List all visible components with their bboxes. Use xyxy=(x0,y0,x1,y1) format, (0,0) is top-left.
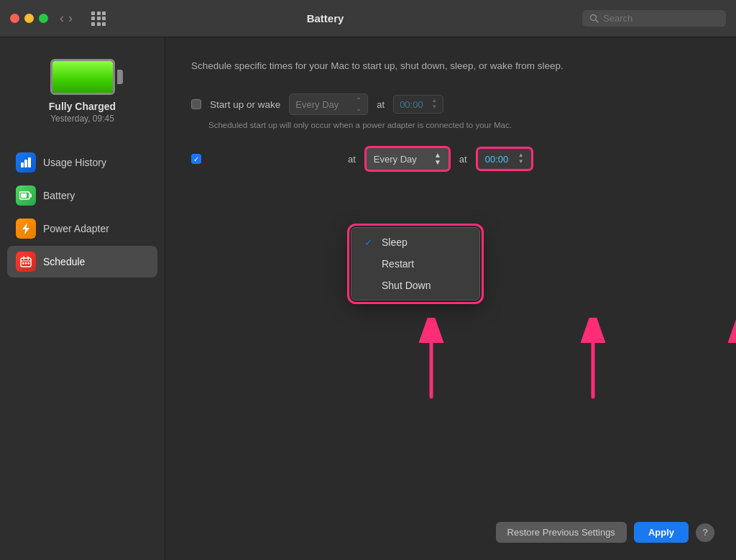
svg-rect-13 xyxy=(22,262,24,265)
description-text: Schedule specific times for your Mac to … xyxy=(191,59,680,73)
restore-button[interactable]: Restore Previous Settings xyxy=(496,522,627,543)
startup-time-stepper[interactable]: ▲ ▼ xyxy=(431,98,437,111)
svg-rect-6 xyxy=(21,193,27,198)
dropdown-sleep-label: Sleep xyxy=(382,237,408,248)
battery-body xyxy=(50,59,115,95)
back-arrow[interactable]: ‹ xyxy=(60,11,64,26)
svg-rect-15 xyxy=(28,262,30,265)
calendar-icon xyxy=(20,256,32,267)
svg-rect-2 xyxy=(21,162,24,167)
dropdown-item-sleep[interactable]: ✓ Sleep xyxy=(351,231,479,253)
startup-checkbox-wrap xyxy=(191,99,201,109)
startup-label: Start up or wake xyxy=(210,99,280,110)
arrow-to-time xyxy=(712,318,736,404)
bar-chart-icon xyxy=(20,157,32,168)
sidebar-item-label-schedule: Schedule xyxy=(43,256,85,267)
startup-at-label: at xyxy=(377,99,385,110)
sleep-at-label: at xyxy=(348,154,356,165)
dropdown-restart-label: Restart xyxy=(382,258,414,270)
sidebar-item-usage-history[interactable]: Usage History xyxy=(7,147,157,178)
sleep-at-label2: at xyxy=(459,154,467,165)
usage-history-icon xyxy=(16,152,36,173)
sidebar-items: Usage History Battery Po xyxy=(7,147,157,279)
svg-marker-8 xyxy=(22,223,29,234)
bottom-bar: Restore Previous Settings Apply ? xyxy=(496,522,714,543)
startup-time-input[interactable]: 00:00 ▲ ▼ xyxy=(393,95,443,114)
startup-time-down[interactable]: ▼ xyxy=(431,104,437,111)
sleep-checkbox[interactable]: ✓ xyxy=(191,154,201,164)
main-layout: Fully Charged Yesterday, 09:45 Usage His… xyxy=(0,37,736,560)
search-input[interactable] xyxy=(603,13,718,24)
sleep-day-value: Every Day xyxy=(374,154,417,165)
schedule-icon xyxy=(16,252,36,272)
traffic-lights xyxy=(10,14,48,23)
minimize-button[interactable] xyxy=(24,14,34,23)
close-button[interactable] xyxy=(10,14,19,23)
maximize-button[interactable] xyxy=(39,14,48,23)
sidebar-item-label-usage: Usage History xyxy=(43,157,106,168)
power-adapter-icon xyxy=(16,219,36,239)
sidebar: Fully Charged Yesterday, 09:45 Usage His… xyxy=(0,37,165,560)
window-title: Battery xyxy=(75,12,575,24)
battery-status: Fully Charged Yesterday, 09:45 xyxy=(49,101,116,124)
svg-line-1 xyxy=(596,20,598,22)
battery-icon xyxy=(16,185,36,206)
sleep-time-down[interactable]: ▼ xyxy=(518,159,524,165)
sleep-time-input[interactable]: 00:00 ▲ ▼ xyxy=(476,147,533,171)
startup-row: Start up or wake Every Day ⌃⌄ at 00:00 ▲… xyxy=(191,93,710,115)
startup-day-chevron: ⌃⌄ xyxy=(356,96,362,112)
svg-rect-14 xyxy=(25,262,27,265)
forward-arrow[interactable]: › xyxy=(68,11,73,26)
hint-text: Scheduled start up will only occur when … xyxy=(191,121,710,129)
arrow-to-dropdown xyxy=(402,318,460,404)
battery-terminal xyxy=(117,70,123,84)
startup-day-value: Every Day xyxy=(295,99,339,110)
arrow-to-everyday xyxy=(564,318,622,404)
sleep-time-stepper[interactable]: ▲ ▼ xyxy=(518,152,524,165)
content-area: Schedule specific times for your Mac to … xyxy=(165,37,736,560)
startup-day-select[interactable]: Every Day ⌃⌄ xyxy=(289,93,368,115)
sleep-action-dropdown: ✓ Sleep ✓ Restart ✓ Shut Down xyxy=(351,227,480,300)
sidebar-item-label-battery: Battery xyxy=(43,190,75,201)
battery-fill xyxy=(52,61,113,93)
sidebar-item-power-adapter[interactable]: Power Adapter xyxy=(7,213,157,244)
sidebar-item-label-power: Power Adapter xyxy=(43,223,109,234)
apply-button[interactable]: Apply xyxy=(634,522,689,543)
sleep-check-icon: ✓ xyxy=(364,237,376,248)
svg-rect-7 xyxy=(30,194,32,198)
svg-rect-3 xyxy=(24,160,27,167)
sleep-day-chevron: ▲▼ xyxy=(434,152,441,166)
svg-rect-4 xyxy=(28,157,31,167)
startup-time-value: 00:00 xyxy=(400,99,423,110)
battery-icon-wrap: Fully Charged Yesterday, 09:45 xyxy=(47,59,119,124)
nav-arrows: ‹ › xyxy=(60,11,73,26)
dropdown-item-restart[interactable]: ✓ Restart xyxy=(351,253,479,275)
sidebar-item-schedule[interactable]: Schedule xyxy=(7,246,157,277)
titlebar: ‹ › Battery xyxy=(0,0,736,37)
sleep-day-select[interactable]: Every Day ▲▼ xyxy=(364,146,451,172)
help-button[interactable]: ? xyxy=(696,523,714,542)
battery-charged-label: Fully Charged xyxy=(49,101,116,112)
dropdown-item-shutdown[interactable]: ✓ Shut Down xyxy=(351,275,479,296)
battery-time-label: Yesterday, 09:45 xyxy=(49,114,116,124)
sleep-row: ✓ at Every Day ▲▼ at 00:00 ▲ ▼ xyxy=(191,145,710,173)
lightning-icon xyxy=(19,222,32,235)
sleep-time-value: 00:00 xyxy=(485,154,509,165)
battery-small-icon xyxy=(19,191,32,200)
sidebar-item-battery[interactable]: Battery xyxy=(7,180,157,211)
startup-checkbox[interactable] xyxy=(191,99,201,109)
dropdown-shutdown-label: Shut Down xyxy=(382,280,431,291)
search-bar[interactable] xyxy=(582,10,726,27)
search-icon xyxy=(589,14,599,23)
